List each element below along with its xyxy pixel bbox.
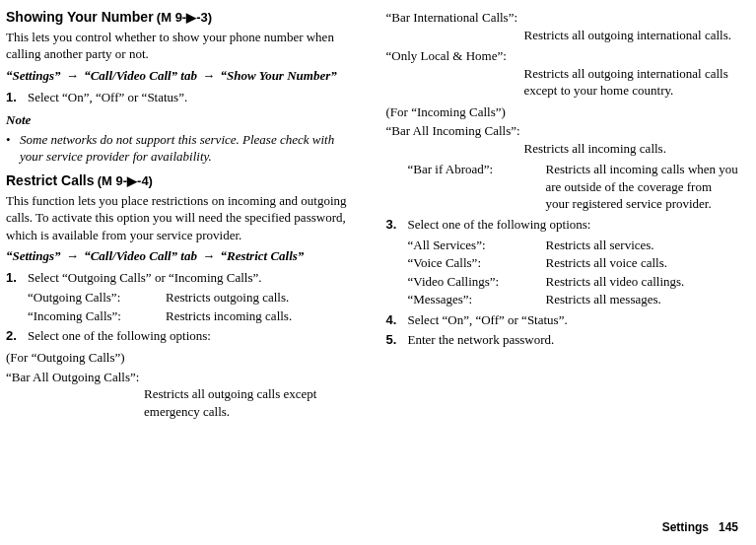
section-showing-number: Showing Your Number (M 9-▶-3) This lets … [6, 8, 359, 166]
stacked-option: “Bar All Incoming Calls”: Restricts all … [386, 122, 739, 157]
path-seg: “Restrict Calls” [220, 248, 304, 263]
option-value: Restricts all outgoing international cal… [524, 27, 739, 44]
option-row: “All Services”: Restricts all services. [408, 237, 739, 254]
path-seg: “Call/Video Call” tab [84, 248, 197, 263]
nav-path-2: “Settings” → “Call/Video Call” tab → “Re… [6, 247, 359, 265]
path-seg: “Call/Video Call” tab [84, 68, 197, 83]
stacked-option: “Only Local & Home”: Restricts all outgo… [386, 47, 739, 100]
note-heading: Note [6, 111, 359, 129]
option-label: “Voice Calls”: [408, 254, 546, 272]
step-number: 3. [386, 216, 408, 234]
option-label: “Bar All Incoming Calls”: [386, 122, 739, 140]
desc-showing-number: This lets you control whether to show yo… [6, 29, 359, 63]
heading-restrict-calls: Restrict Calls [6, 172, 94, 188]
group-outgoing: (For “Outgoing Calls”) [6, 349, 359, 367]
option-label: “Messages”: [408, 291, 546, 308]
option-label: “Outgoing Calls”: [28, 289, 166, 307]
page: Showing Your Number (M 9-▶-3) This lets … [0, 0, 756, 424]
step-4: 4. Select “On”, “Off” or “Status”. [386, 311, 739, 329]
option-value: Restricts all voice calls. [546, 254, 739, 272]
option-label: “Bar All Outgoing Calls”: [6, 369, 359, 386]
option-row: “Messages”: Restricts all messages. [408, 291, 739, 308]
option-row: “Bar if Abroad”: Restricts all incoming … [408, 161, 739, 213]
step-2-2: 2. Select one of the following options: [6, 327, 359, 345]
option-value: Restricts all outgoing calls except emer… [144, 385, 359, 420]
step-text: Select one of the following options: [28, 327, 359, 345]
section-restrict-calls: Restrict Calls (M 9-▶-4) This function l… [6, 171, 359, 420]
step-text: Select “On”, “Off” or “Status”. [408, 311, 739, 329]
option-list: “Outgoing Calls”: Restricts outgoing cal… [28, 289, 359, 324]
note-item: • Some networks do not support this serv… [6, 131, 359, 166]
option-value: Restricts all video callings. [546, 273, 739, 291]
option-row: “Video Callings”: Restricts all video ca… [408, 273, 739, 291]
heading-showing-number: Showing Your Number [6, 9, 154, 25]
option-value: Restricts incoming calls. [166, 307, 359, 325]
arrow-icon: → [64, 248, 81, 263]
option-list: “Bar if Abroad”: Restricts all incoming … [408, 161, 739, 213]
left-column: Showing Your Number (M 9-▶-3) This lets … [0, 8, 359, 424]
option-row: “Incoming Calls”: Restricts incoming cal… [28, 307, 359, 325]
path-seg: “Settings” [6, 68, 61, 83]
arrow-icon: → [200, 68, 217, 83]
option-value: Restricts all incoming calls. [524, 140, 739, 158]
arrow-icon: → [200, 248, 217, 263]
menu-tag-1: (M 9-▶-3) [157, 10, 212, 25]
option-value: Restricts all outgoing international cal… [524, 65, 739, 100]
stacked-option: “Bar International Calls”: Restricts all… [386, 9, 739, 43]
step-1-1: 1. Select “On”, “Off” or “Status”. [6, 89, 359, 106]
option-label: “Bar if Abroad”: [408, 161, 546, 213]
option-value: Restricts all services. [546, 237, 739, 254]
step-number: 1. [6, 89, 28, 106]
step-5: 5. Enter the network password. [386, 331, 739, 349]
option-value: Restricts outgoing calls. [166, 289, 359, 307]
step-number: 5. [386, 331, 408, 349]
nav-path-1: “Settings” → “Call/Video Call” tab → “Sh… [6, 67, 359, 85]
option-value: Restricts all messages. [546, 291, 739, 308]
option-label: “Video Callings”: [408, 273, 546, 291]
option-label: “Incoming Calls”: [28, 307, 166, 325]
option-label: “Only Local & Home”: [386, 47, 739, 65]
path-seg: “Settings” [6, 248, 61, 263]
stacked-option: “Bar All Outgoing Calls”: Restricts all … [6, 369, 359, 421]
menu-tag-2: (M 9-▶-4) [98, 173, 153, 188]
bullet-icon: • [6, 131, 20, 166]
step-text: Select “Outgoing Calls” or “Incoming Cal… [28, 269, 359, 287]
option-row: “Voice Calls”: Restricts all voice calls… [408, 254, 739, 272]
arrow-icon: → [64, 68, 81, 83]
desc-restrict-calls: This function lets you place restriction… [6, 192, 359, 244]
option-row: “Outgoing Calls”: Restricts outgoing cal… [28, 289, 359, 307]
step-2-1: 1. Select “Outgoing Calls” or “Incoming … [6, 269, 359, 287]
step-3: 3. Select one of the following options: [386, 216, 739, 234]
option-value: Restricts all incoming calls when you ar… [546, 161, 739, 213]
option-label: “All Services”: [408, 237, 546, 254]
step-number: 2. [6, 327, 28, 345]
page-footer: Settings 145 [662, 519, 738, 535]
step-text: Select one of the following options: [408, 216, 739, 234]
step-text: Enter the network password. [408, 331, 739, 349]
option-list: “All Services”: Restricts all services. … [408, 237, 739, 308]
step-number: 1. [6, 269, 28, 287]
step-number: 4. [386, 311, 408, 329]
group-incoming: (For “Incoming Calls”) [386, 103, 739, 121]
path-seg: “Show Your Number” [220, 68, 336, 83]
option-label: “Bar International Calls”: [386, 9, 739, 27]
step-text: Select “On”, “Off” or “Status”. [28, 89, 359, 106]
note-text: Some networks do not support this servic… [20, 131, 359, 166]
right-column: “Bar International Calls”: Restricts all… [386, 8, 739, 424]
